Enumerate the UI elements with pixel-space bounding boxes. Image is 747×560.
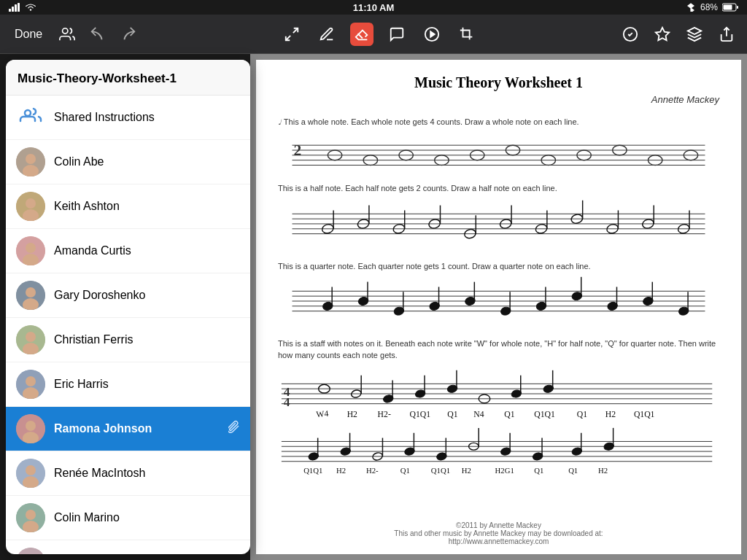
svg-text:Q1: Q1 (447, 410, 457, 419)
item-label-colin2: Colin Marino (54, 511, 240, 524)
checkmark-icon[interactable] (619, 23, 642, 46)
sidebar-item-gary[interactable]: Gary Doroshenko (6, 273, 250, 318)
toolbar-center (146, 23, 613, 46)
eraser-icon[interactable] (350, 23, 374, 46)
battery-text: 68% (700, 2, 718, 12)
attachment-icon (228, 420, 240, 438)
section-3: This is a quarter note. Each quarter not… (278, 261, 719, 327)
toolbar: Done (0, 15, 747, 54)
whole-notes-staff: 2 (278, 132, 719, 168)
item-label-colin: Colin Abe (54, 155, 240, 168)
notation-staff-2: Q1Q1 H2 H2- Q1 Q1Q1 H2 H2G1 Q1 Q1 H2 (278, 427, 719, 481)
item-label-amanda: Amanda Curtis (54, 244, 240, 257)
svg-text:Q1Q1: Q1Q1 (410, 410, 431, 419)
svg-point-8 (63, 28, 68, 33)
svg-text:Q1Q1: Q1Q1 (634, 410, 655, 419)
toolbar-right (619, 23, 738, 46)
svg-text:H2: H2 (605, 410, 616, 419)
status-bar: 11:10 AM 68% (0, 0, 747, 15)
svg-text:2: 2 (293, 141, 301, 159)
section3-instruction: This is a quarter note. Each quarter not… (278, 261, 719, 272)
avatar-ramona (16, 414, 45, 443)
quarter-notes-staff (278, 276, 719, 324)
sidebar-item-colin2[interactable]: Colin Marino (6, 496, 250, 540)
svg-text:H2: H2 (598, 466, 608, 475)
sidebar-item-shared[interactable]: Shared Instructions (6, 96, 250, 140)
sidebar-item-christian[interactable]: Christian Ferris (6, 318, 250, 362)
layers-icon[interactable] (683, 23, 706, 46)
svg-point-28 (26, 287, 36, 298)
sidebar-item-eric[interactable]: Eric Harris (6, 362, 250, 407)
sidebar: Music-Theory-Worksheet-1 Shared Instruct… (6, 60, 250, 554)
avatar-janet (16, 548, 45, 554)
half-notes-staff (278, 199, 719, 246)
avatar-shared (16, 103, 45, 132)
sidebar-item-renee[interactable]: Renée MacIntosh (6, 451, 250, 496)
section1-instruction: ♩ This a whole note. Each whole note get… (278, 117, 719, 128)
svg-rect-7 (724, 5, 732, 10)
main-area: Music-Theory-Worksheet-1 Shared Instruct… (0, 54, 747, 560)
svg-text:H2-: H2- (378, 410, 391, 419)
section-1: ♩ This a whole note. Each whole note get… (278, 117, 719, 171)
svg-point-4 (30, 9, 31, 10)
share-icon[interactable] (715, 23, 738, 46)
sidebar-item-janet[interactable]: Janet Rubé (6, 540, 250, 554)
svg-point-34 (26, 376, 36, 386)
svg-rect-6 (737, 6, 738, 9)
done-button[interactable]: Done (9, 25, 48, 44)
svg-text:Q1Q1: Q1Q1 (534, 410, 555, 419)
svg-point-40 (26, 465, 36, 475)
doc-title: Music Theory Worksheet 1 (278, 74, 719, 91)
svg-marker-12 (430, 31, 435, 36)
svg-text:Q1Q1: Q1Q1 (303, 466, 322, 475)
status-right: 68% (686, 2, 738, 12)
sidebar-title: Music-Theory-Worksheet-1 (6, 60, 250, 96)
svg-text:N4: N4 (473, 410, 484, 419)
svg-marker-15 (688, 27, 701, 34)
wifi-icon (25, 3, 36, 12)
sidebar-item-ramona[interactable]: Ramona Johnson (6, 407, 250, 451)
sidebar-item-amanda[interactable]: Amanda Curtis (6, 229, 250, 273)
svg-point-37 (26, 421, 36, 431)
item-label-christian: Christian Ferris (54, 333, 240, 346)
svg-point-25 (26, 243, 36, 253)
status-time: 11:10 AM (353, 2, 395, 13)
avatar-colin (16, 147, 45, 176)
people-icon[interactable] (55, 23, 79, 46)
pen-icon[interactable] (315, 23, 338, 46)
svg-text:4: 4 (284, 394, 290, 409)
avatar-eric (16, 370, 45, 399)
footer-url: http://www.annettemackey.com (256, 537, 741, 545)
star-icon[interactable] (651, 23, 674, 46)
status-left (9, 3, 36, 12)
svg-text:Q1Q1: Q1Q1 (431, 466, 450, 475)
svg-rect-2 (15, 4, 17, 12)
expand-icon[interactable] (280, 23, 303, 46)
sidebar-item-keith[interactable]: Keith Ashton (6, 184, 250, 229)
svg-rect-1 (12, 7, 14, 12)
doc-author: Annette Mackey (278, 94, 719, 105)
svg-point-22 (26, 198, 36, 209)
sidebar-item-colin[interactable]: Colin Abe (6, 140, 250, 184)
svg-line-10 (286, 35, 290, 39)
document-area: Music Theory Worksheet 1 Annette Mackey … (250, 54, 747, 560)
redo-icon[interactable] (117, 23, 140, 46)
comment-icon[interactable] (385, 23, 409, 46)
svg-text:H2-: H2- (366, 466, 379, 475)
svg-text:H2: H2 (336, 466, 346, 475)
svg-text:H2: H2 (462, 466, 471, 475)
item-label-eric: Eric Harris (54, 378, 240, 391)
crop-icon[interactable] (455, 23, 479, 46)
footer-download: This and other music by Annette Mackey m… (256, 529, 741, 537)
svg-text:Q1: Q1 (400, 466, 410, 475)
svg-text:Q1: Q1 (534, 466, 543, 475)
sidebar-list: Shared Instructions Colin Abe Keith Asht… (6, 96, 250, 554)
item-label-ramona: Ramona Johnson (54, 422, 220, 435)
avatar-keith (16, 192, 45, 221)
cellular-icon (9, 3, 20, 12)
section4-instruction: This is a staff with notes on it. Beneat… (278, 338, 719, 361)
svg-text:H2: H2 (347, 410, 357, 419)
play-icon[interactable] (420, 23, 444, 46)
undo-icon[interactable] (86, 23, 109, 46)
svg-point-19 (26, 154, 36, 164)
